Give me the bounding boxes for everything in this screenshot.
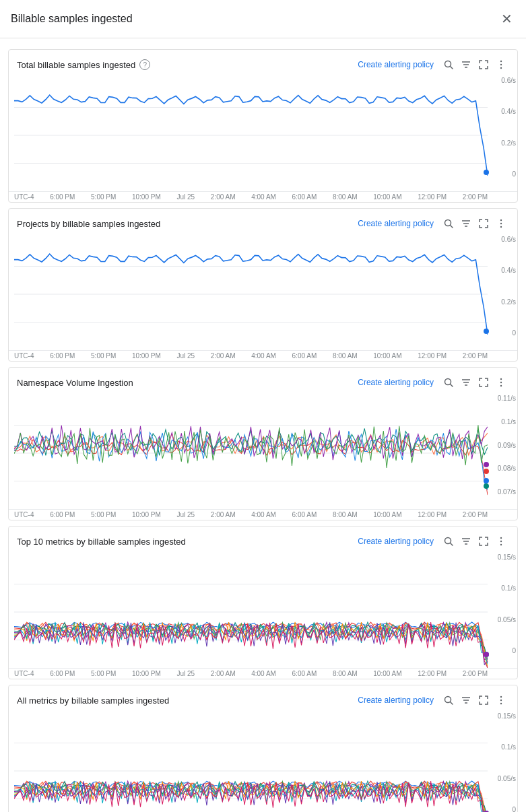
chart-panel-4: Top 10 metrics by billable samples inges… [8, 526, 518, 679]
create-alert-link-4[interactable]: Create alerting policy [358, 537, 434, 546]
close-button[interactable]: ✕ [498, 8, 515, 30]
legend-icon-5[interactable] [458, 692, 474, 708]
svg-point-17 [500, 223, 502, 224]
x-axis-2: UTC-46:00 PM5:00 PM10:00 PMJul 252:00 AM… [9, 350, 517, 361]
chart-svg-1 [14, 79, 488, 191]
search-icon-3[interactable] [440, 374, 457, 391]
create-alert-link-3[interactable]: Create alerting policy [358, 378, 434, 387]
chart-panel-5: All metrics by billable samples ingested… [8, 685, 518, 812]
svg-line-34 [451, 543, 453, 546]
chart-body-3: 0.11/s0.1/s0.09/s0.08/s0.07/s [9, 395, 517, 509]
chart-header-1: Total billable samples ingested?Create a… [9, 50, 517, 77]
chart-title-1: Total billable samples ingested [17, 60, 135, 70]
svg-point-16 [500, 219, 502, 221]
svg-point-51 [500, 703, 502, 704]
more-icon-3[interactable] [493, 374, 509, 391]
page-header: Billable samples ingested ✕ [0, 0, 526, 38]
legend-icon-1[interactable] [458, 57, 474, 73]
y-axis-2: 0.6/s0.4/s0.2/s0 [501, 236, 516, 337]
chart-header-4: Top 10 metrics by billable samples inges… [9, 527, 517, 553]
chart-title-3: Namespace Volume Ingestion [17, 378, 133, 388]
chart-title-4: Top 10 metrics by billable samples inges… [17, 537, 186, 547]
page-title: Billable samples ingested [11, 13, 133, 25]
y-axis-5: 0.15/s0.1/s0.05/s0 [498, 712, 516, 812]
dot-marker-purple-4 [484, 652, 489, 657]
svg-point-7 [500, 67, 502, 69]
svg-point-50 [500, 700, 502, 701]
create-alert-link-1[interactable]: Create alerting policy [358, 60, 434, 69]
chart-panel-3: Namespace Volume IngestionCreate alertin… [8, 367, 518, 520]
chart-header-5: All metrics by billable samples ingested… [9, 685, 517, 712]
x-axis-1: UTC-46:00 PM5:00 PM10:00 PMJul 252:00 AM… [9, 191, 517, 202]
fullscreen-icon-5[interactable] [475, 692, 492, 708]
chart-svg-2 [14, 238, 488, 350]
more-icon-4[interactable] [493, 533, 509, 549]
chart-header-3: Namespace Volume IngestionCreate alertin… [9, 368, 517, 395]
y-axis-1: 0.6/s0.4/s0.2/s0 [501, 77, 516, 178]
svg-line-12 [451, 226, 453, 228]
chart-panel-2: Projects by billable samples ingestedCre… [8, 208, 518, 362]
chart-header-2: Projects by billable samples ingestedCre… [9, 209, 517, 236]
svg-point-5 [500, 61, 502, 62]
chart-title-2: Projects by billable samples ingested [17, 219, 160, 229]
search-icon-1[interactable] [440, 57, 457, 73]
svg-point-38 [500, 537, 502, 539]
svg-line-45 [451, 702, 453, 705]
info-icon[interactable]: ? [139, 59, 150, 70]
chart-body-5: 0.15/s0.1/s0.05/s0 [9, 712, 517, 812]
chart-svg-4 [14, 556, 488, 668]
dot-marker-teal-3 [484, 483, 489, 489]
svg-point-29 [500, 385, 502, 386]
create-alert-link-5[interactable]: Create alerting policy [358, 696, 434, 705]
svg-point-49 [500, 696, 502, 698]
svg-point-27 [500, 378, 502, 380]
svg-point-40 [500, 544, 502, 545]
svg-point-18 [500, 226, 502, 228]
create-alert-link-2[interactable]: Create alerting policy [358, 219, 434, 228]
fullscreen-icon-1[interactable] [475, 57, 492, 73]
x-axis-4: UTC-46:00 PM5:00 PM10:00 PMJul 252:00 AM… [9, 668, 517, 679]
chart-svg-5 [14, 715, 488, 812]
dot-marker-purple-3 [484, 462, 489, 467]
chart-svg-3 [14, 397, 488, 509]
chart-title-5: All metrics by billable samples ingested [17, 696, 169, 706]
y-axis-4: 0.15/s0.1/s0.05/s0 [498, 553, 516, 654]
svg-point-39 [500, 541, 502, 542]
dot-marker-1 [484, 170, 489, 175]
more-icon-5[interactable] [493, 692, 509, 708]
dot-marker-2 [484, 329, 489, 334]
chart-body-1: 0.6/s0.4/s0.2/s0 [9, 77, 517, 191]
search-icon-2[interactable] [440, 215, 457, 232]
search-icon-5[interactable] [440, 692, 457, 708]
svg-line-1 [451, 67, 453, 69]
chart-body-2: 0.6/s0.4/s0.2/s0 [9, 236, 517, 350]
more-icon-1[interactable] [493, 57, 509, 73]
legend-icon-4[interactable] [458, 533, 474, 549]
x-axis-3: UTC-46:00 PM5:00 PM10:00 PMJul 252:00 AM… [9, 509, 517, 520]
chart-body-4: 0.15/s0.1/s0.05/s0 [9, 553, 517, 668]
dot-marker-red-3 [484, 469, 489, 474]
search-icon-4[interactable] [440, 533, 457, 549]
svg-point-6 [500, 64, 502, 65]
svg-line-23 [451, 384, 453, 387]
fullscreen-icon-3[interactable] [475, 374, 492, 391]
charts-container: Total billable samples ingested?Create a… [0, 38, 526, 812]
dot-marker-3 [484, 478, 489, 483]
chart-panel-1: Total billable samples ingested?Create a… [8, 49, 518, 203]
legend-icon-2[interactable] [458, 215, 474, 232]
more-icon-2[interactable] [493, 215, 509, 232]
fullscreen-icon-2[interactable] [475, 215, 492, 232]
y-axis-3: 0.11/s0.1/s0.09/s0.08/s0.07/s [498, 395, 516, 496]
legend-icon-3[interactable] [458, 374, 474, 391]
fullscreen-icon-4[interactable] [475, 533, 492, 549]
svg-point-28 [500, 382, 502, 383]
